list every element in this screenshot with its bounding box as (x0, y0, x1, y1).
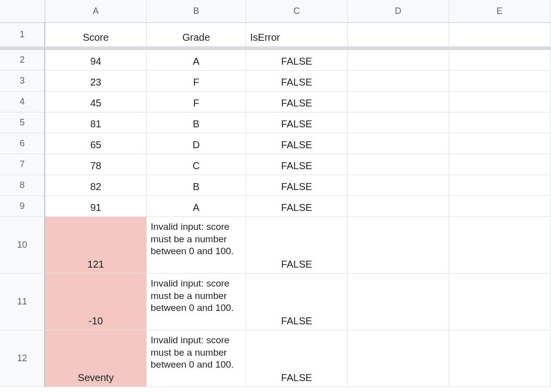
cell-b2[interactable]: A (147, 50, 246, 71)
cell-e8[interactable] (449, 175, 551, 196)
cell-c3[interactable]: FALSE (246, 71, 348, 92)
row-header-2[interactable]: 2 (0, 50, 45, 71)
cell-d3[interactable] (348, 71, 449, 92)
col-header-e[interactable]: E (449, 0, 551, 23)
cell-c12[interactable]: FALSE (246, 330, 348, 387)
cell-d11[interactable] (348, 274, 449, 330)
cell-c6[interactable]: FALSE (246, 133, 348, 154)
cell-e7[interactable] (449, 154, 551, 175)
cell-d4[interactable] (348, 92, 449, 112)
row-header-8[interactable]: 8 (0, 175, 45, 196)
cell-e5[interactable] (449, 112, 551, 133)
cell-d5[interactable] (348, 112, 449, 133)
cell-a11[interactable]: -10 (45, 274, 147, 330)
cell-b3[interactable]: F (147, 71, 246, 92)
cell-a2[interactable]: 94 (45, 50, 147, 71)
cell-c7[interactable]: FALSE (246, 154, 348, 175)
cell-b12[interactable]: Invalid input: score must be a number be… (147, 330, 246, 387)
row-header-4[interactable]: 4 (0, 92, 45, 112)
cell-d10[interactable] (348, 217, 449, 274)
cell-b9[interactable]: A (147, 196, 246, 217)
cell-b1[interactable]: Grade (147, 23, 246, 47)
cell-c9[interactable]: FALSE (246, 196, 348, 217)
cell-a3[interactable]: 23 (45, 71, 147, 92)
spreadsheet-grid[interactable]: A B C D E 1 Score Grade IsError 2 94 A F… (0, 0, 551, 387)
row-header-1[interactable]: 1 (0, 23, 45, 47)
row-header-6[interactable]: 6 (0, 133, 45, 154)
cell-b8[interactable]: B (147, 175, 246, 196)
cell-e12[interactable] (449, 330, 551, 387)
cell-b6[interactable]: D (147, 133, 246, 154)
cell-b4[interactable]: F (147, 92, 246, 112)
cell-c5[interactable]: FALSE (246, 112, 348, 133)
cell-a4[interactable]: 45 (45, 92, 147, 112)
row-header-3[interactable]: 3 (0, 71, 45, 92)
col-header-a[interactable]: A (45, 0, 147, 23)
row-header-11[interactable]: 11 (0, 274, 45, 330)
cell-a8[interactable]: 82 (45, 175, 147, 196)
cell-e3[interactable] (449, 71, 551, 92)
cell-e1[interactable] (449, 23, 551, 47)
cell-a9[interactable]: 91 (45, 196, 147, 217)
row-header-5[interactable]: 5 (0, 112, 45, 133)
cell-c8[interactable]: FALSE (246, 175, 348, 196)
cell-e4[interactable] (449, 92, 551, 112)
col-header-b[interactable]: B (147, 0, 246, 23)
row-header-7[interactable]: 7 (0, 154, 45, 175)
cell-c10[interactable]: FALSE (246, 217, 348, 274)
cell-a10[interactable]: 121 (45, 217, 147, 274)
cell-d9[interactable] (348, 196, 449, 217)
cell-d1[interactable] (348, 23, 449, 47)
cell-e9[interactable] (449, 196, 551, 217)
cell-b10[interactable]: Invalid input: score must be a number be… (147, 217, 246, 274)
cell-c2[interactable]: FALSE (246, 50, 348, 71)
cell-a7[interactable]: 78 (45, 154, 147, 175)
select-all-corner[interactable] (0, 0, 45, 23)
cell-e2[interactable] (449, 50, 551, 71)
row-header-12[interactable]: 12 (0, 330, 45, 387)
cell-a5[interactable]: 81 (45, 112, 147, 133)
cell-a1[interactable]: Score (45, 23, 147, 47)
cell-d6[interactable] (348, 133, 449, 154)
cell-c1[interactable]: IsError (246, 23, 348, 47)
col-header-c[interactable]: C (246, 0, 348, 23)
cell-b7[interactable]: C (147, 154, 246, 175)
cell-e10[interactable] (449, 217, 551, 274)
cell-d7[interactable] (348, 154, 449, 175)
cell-d8[interactable] (348, 175, 449, 196)
cell-a12[interactable]: Seventy (45, 330, 147, 387)
cell-b5[interactable]: B (147, 112, 246, 133)
cell-d2[interactable] (348, 50, 449, 71)
cell-b11[interactable]: Invalid input: score must be a number be… (147, 274, 246, 330)
col-header-d[interactable]: D (348, 0, 449, 23)
row-header-9[interactable]: 9 (0, 196, 45, 217)
cell-c11[interactable]: FALSE (246, 274, 348, 330)
cell-c4[interactable]: FALSE (246, 92, 348, 112)
row-header-10[interactable]: 10 (0, 217, 45, 274)
cell-d12[interactable] (348, 330, 449, 387)
cell-e6[interactable] (449, 133, 551, 154)
cell-a6[interactable]: 65 (45, 133, 147, 154)
cell-e11[interactable] (449, 274, 551, 330)
